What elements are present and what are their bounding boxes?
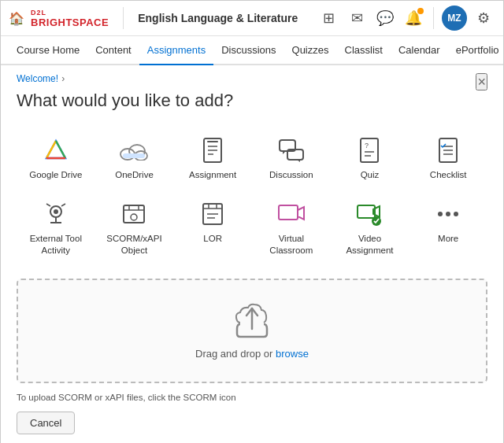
dropzone-text: Drag and drop or browse bbox=[195, 348, 309, 360]
browse-link[interactable]: browse bbox=[276, 348, 309, 360]
svg-point-23 bbox=[54, 209, 58, 214]
nav-discussions[interactable]: Discussions bbox=[213, 36, 284, 64]
grid-item-quiz[interactable]: ? Quiz bbox=[331, 127, 410, 190]
grid-item-video-assignment[interactable]: Video Assignment bbox=[331, 190, 410, 266]
close-button[interactable]: × bbox=[476, 73, 487, 90]
svg-point-46 bbox=[454, 212, 458, 216]
svg-rect-39 bbox=[279, 205, 298, 220]
grid-item-discussion[interactable]: Discussion bbox=[252, 127, 331, 190]
add-grid: Google Drive OneDrive bbox=[17, 127, 487, 266]
virtual-classroom-label: Virtual Classroom bbox=[257, 233, 326, 257]
svg-text:?: ? bbox=[365, 142, 369, 150]
svg-rect-14 bbox=[361, 138, 378, 162]
onedrive-label: OneDrive bbox=[115, 169, 154, 181]
google-drive-icon bbox=[42, 136, 70, 164]
svg-line-26 bbox=[46, 204, 50, 206]
navbar: Course Home Content Assignments Discussi… bbox=[1, 36, 503, 65]
svg-marker-0 bbox=[46, 141, 65, 158]
footer-hint: To upload SCORM or xAPI files, click the… bbox=[17, 393, 487, 402]
nav-classlist[interactable]: Classlist bbox=[337, 36, 391, 64]
video-assignment-label: Video Assignment bbox=[335, 233, 405, 257]
discussion-icon bbox=[277, 136, 306, 164]
svg-point-45 bbox=[446, 212, 450, 216]
nav-eportfolio[interactable]: ePortfolio bbox=[448, 36, 504, 64]
virtual-classroom-icon bbox=[277, 200, 306, 228]
grid-item-more[interactable]: More bbox=[409, 190, 487, 266]
assignment-icon bbox=[198, 136, 227, 164]
grid-item-virtual-classroom[interactable]: Virtual Classroom bbox=[252, 190, 331, 266]
video-assignment-icon bbox=[355, 200, 384, 228]
scorm-icon bbox=[120, 200, 148, 228]
svg-line-27 bbox=[61, 204, 65, 206]
svg-rect-7 bbox=[123, 153, 145, 158]
svg-line-2 bbox=[56, 141, 65, 158]
grid-item-external-tool[interactable]: External Tool Activity bbox=[17, 190, 95, 266]
nav-quizzes[interactable]: Quizzes bbox=[284, 36, 337, 64]
external-tool-label: External Tool Activity bbox=[21, 233, 91, 257]
grid-icon[interactable]: ⊞ bbox=[317, 6, 340, 30]
breadcrumb-arrow: › bbox=[61, 73, 65, 84]
dropzone[interactable]: Drag and drop or browse bbox=[17, 279, 487, 383]
grid-item-lor[interactable]: LOR bbox=[173, 190, 252, 266]
onedrive-icon bbox=[120, 136, 148, 164]
grid-item-onedrive[interactable]: OneDrive bbox=[95, 127, 174, 190]
nav-calendar[interactable]: Calendar bbox=[391, 36, 448, 64]
nav-content[interactable]: Content bbox=[87, 36, 139, 64]
discussion-label: Discussion bbox=[269, 169, 313, 181]
lor-icon bbox=[198, 200, 227, 228]
content-area: Welcome! › × What would you like to add?… bbox=[1, 65, 503, 443]
grid-item-scorm[interactable]: SCORM/xAPI Object bbox=[95, 190, 174, 266]
gear-icon[interactable]: ⚙ bbox=[472, 6, 495, 30]
grid-item-google-drive[interactable]: Google Drive bbox=[17, 127, 95, 190]
quiz-icon: ? bbox=[355, 136, 384, 164]
logo-brightspace: BRIGHTSPACE bbox=[31, 17, 109, 28]
nav-course-home[interactable]: Course Home bbox=[9, 36, 87, 64]
grid-item-checklist[interactable]: Checklist bbox=[409, 127, 487, 190]
home-button[interactable]: 🏠 bbox=[9, 11, 24, 26]
checklist-icon bbox=[434, 136, 462, 164]
bell-icon[interactable]: 🔔 bbox=[402, 6, 425, 30]
logo-d2l: D2L bbox=[31, 9, 109, 17]
svg-marker-40 bbox=[298, 207, 304, 220]
logo: D2L BRIGHTSPACE bbox=[31, 9, 109, 28]
topbar: 🏠 D2L BRIGHTSPACE English Language & Lit… bbox=[1, 1, 503, 36]
breadcrumb-welcome[interactable]: Welcome! bbox=[17, 73, 58, 84]
chat-icon[interactable]: 💬 bbox=[373, 6, 397, 30]
svg-line-1 bbox=[46, 141, 56, 158]
svg-point-32 bbox=[131, 214, 137, 220]
more-label: More bbox=[438, 233, 458, 245]
avatar[interactable]: MZ bbox=[442, 6, 467, 31]
upload-icon bbox=[232, 302, 272, 341]
topbar-icons: ⊞ ✉ 💬 🔔 MZ ⚙ bbox=[317, 6, 495, 31]
notification-badge bbox=[417, 8, 424, 14]
topbar-divider bbox=[123, 7, 124, 29]
topbar-divider-2 bbox=[433, 7, 434, 29]
external-tool-icon bbox=[42, 200, 70, 228]
more-dots-icon bbox=[434, 200, 462, 228]
quiz-label: Quiz bbox=[361, 169, 380, 181]
assignment-label: Assignment bbox=[189, 169, 236, 181]
grid-item-assignment[interactable]: Assignment bbox=[173, 127, 252, 190]
nav-assignments[interactable]: Assignments bbox=[139, 36, 213, 65]
checklist-label: Checklist bbox=[430, 169, 467, 181]
course-title: English Language & Literature bbox=[138, 12, 310, 24]
cancel-button[interactable]: Cancel bbox=[17, 412, 75, 434]
google-drive-label: Google Drive bbox=[29, 169, 82, 181]
breadcrumb: Welcome! › bbox=[17, 73, 487, 84]
svg-rect-41 bbox=[358, 205, 375, 218]
mail-icon[interactable]: ✉ bbox=[345, 6, 369, 30]
svg-point-44 bbox=[438, 212, 443, 216]
scorm-label: SCORM/xAPI Object bbox=[100, 233, 169, 257]
modal-title: What would you like to add? bbox=[17, 90, 487, 111]
lor-label: LOR bbox=[203, 233, 222, 245]
